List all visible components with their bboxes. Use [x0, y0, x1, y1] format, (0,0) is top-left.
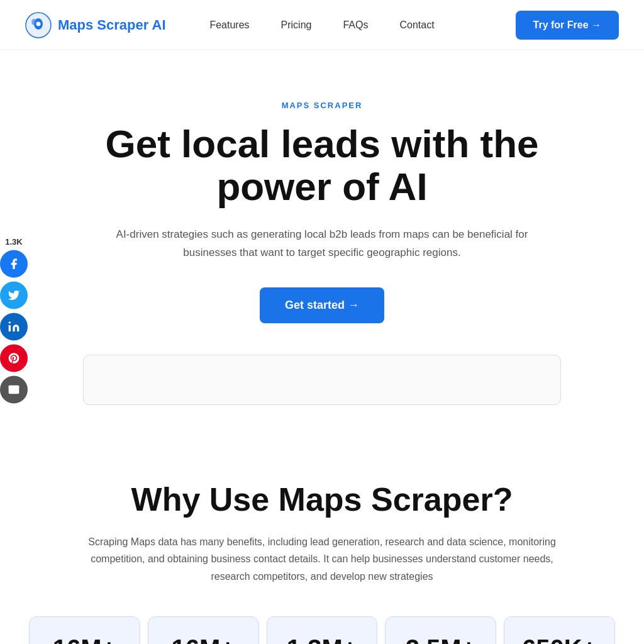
- stat-number-2: 1.3M+: [287, 635, 357, 644]
- facebook-share-button[interactable]: [0, 250, 28, 278]
- hero-section: MAPS SCRAPER Get local leads with the po…: [39, 50, 605, 430]
- social-share-count: 1.3K: [5, 237, 22, 247]
- logo-icon: [25, 12, 52, 38]
- svg-point-3: [31, 19, 36, 25]
- linkedin-icon: [8, 321, 20, 333]
- stat-number-1: 16M+: [172, 635, 235, 644]
- get-started-button[interactable]: Get started →: [260, 287, 384, 323]
- hero-subtitle: AI-driven strategies such as generating …: [114, 226, 530, 262]
- hero-tag: MAPS SCRAPER: [64, 101, 580, 110]
- stat-card-4: 650K+: [504, 616, 615, 644]
- linkedin-share-button[interactable]: [0, 313, 28, 341]
- svg-point-4: [9, 321, 11, 323]
- stat-card-1: 16M+: [148, 616, 259, 644]
- nav-links: Features Pricing FAQs Contact: [209, 19, 434, 31]
- pinterest-icon: [8, 352, 20, 365]
- pinterest-share-button[interactable]: [0, 345, 28, 372]
- stat-card-3: 2.5M+: [385, 616, 496, 644]
- stat-card-0: 16M+: [29, 616, 140, 644]
- nav-logo[interactable]: Maps Scraper AI: [25, 12, 166, 38]
- email-icon: [8, 384, 20, 396]
- stats-row: 16M+ 16M+ 1.3M+ 2.5M+ 650K+: [25, 616, 619, 644]
- why-desc: Scraping Maps data has many benefits, in…: [70, 533, 574, 585]
- stat-number-4: 650K+: [522, 635, 597, 644]
- nav-link-features[interactable]: Features: [209, 19, 249, 30]
- stat-number-3: 2.5M+: [406, 635, 476, 644]
- nav-link-contact[interactable]: Contact: [399, 19, 434, 30]
- why-section: Why Use Maps Scraper? Scraping Maps data…: [0, 430, 644, 644]
- facebook-icon: [8, 258, 20, 270]
- why-title: Why Use Maps Scraper?: [25, 480, 619, 518]
- email-share-button[interactable]: [0, 376, 28, 404]
- video-placeholder: [83, 355, 561, 405]
- nav-link-faqs[interactable]: FAQs: [343, 19, 368, 30]
- try-for-free-button[interactable]: Try for Free →: [516, 11, 619, 40]
- navbar: Maps Scraper AI Features Pricing FAQs Co…: [0, 0, 644, 50]
- stat-card-2: 1.3M+: [267, 616, 378, 644]
- twitter-icon: [8, 289, 20, 302]
- social-sidebar: 1.3K: [0, 237, 28, 408]
- nav-logo-text: Maps Scraper AI: [58, 17, 166, 33]
- svg-point-2: [36, 21, 41, 26]
- stat-number-0: 16M+: [53, 635, 116, 644]
- nav-link-pricing[interactable]: Pricing: [281, 19, 312, 30]
- hero-title: Get local leads with the power of AI: [64, 123, 580, 208]
- twitter-share-button[interactable]: [0, 282, 28, 309]
